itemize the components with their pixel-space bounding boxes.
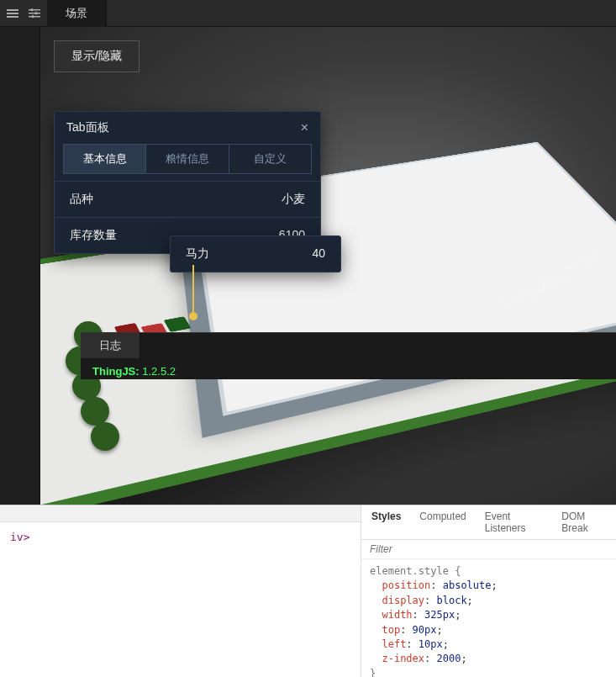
scene-tab[interactable]: 场景 bbox=[47, 0, 107, 27]
panel-tabs: 基本信息 粮情信息 自定义 bbox=[55, 144, 320, 181]
row-label: 马力 bbox=[186, 246, 209, 262]
log-line: ThingJS: 1.2.5.2 bbox=[81, 358, 616, 384]
devtools-tab-computed[interactable]: Computed bbox=[419, 510, 466, 534]
panel-title: Tab面板 bbox=[66, 120, 109, 135]
devtools-tab-event-listeners[interactable]: Event Listeners bbox=[485, 510, 544, 534]
row-value: 小麦 bbox=[282, 192, 305, 207]
svg-rect-3 bbox=[29, 9, 40, 11]
devtools-panel: iv> Styles Computed Event Listeners DOM … bbox=[0, 505, 616, 677]
row-value: 40 bbox=[312, 246, 325, 262]
panel-row: 品种 小麦 bbox=[55, 182, 320, 218]
devtools-tab-dom-breakpoints[interactable]: DOM Break bbox=[561, 510, 606, 534]
settings-icon[interactable] bbox=[27, 6, 42, 21]
show-hide-button[interactable]: 显示/隐藏 bbox=[54, 40, 140, 72]
devtools-elements-toolbar bbox=[0, 505, 361, 522]
viewport-3d[interactable]: ThingJS by uir 显示/隐藏 Tab面板 × 基本信息 粮情信息 自… bbox=[40, 27, 616, 505]
pin-dot-icon bbox=[189, 312, 197, 320]
log-tab[interactable]: 日志 bbox=[81, 333, 140, 358]
pin-line bbox=[192, 265, 194, 314]
info-panel-small: 马力 40 bbox=[170, 235, 341, 272]
svg-rect-2 bbox=[7, 16, 18, 18]
svg-point-7 bbox=[34, 12, 37, 14]
devtools-css-rules[interactable]: element.style { position: absolute; disp… bbox=[361, 559, 616, 677]
svg-rect-4 bbox=[29, 13, 40, 14]
svg-rect-5 bbox=[29, 16, 40, 18]
svg-rect-0 bbox=[7, 9, 18, 11]
tab-grain-info[interactable]: 粮情信息 bbox=[146, 144, 229, 174]
devtools-styles-tabs: Styles Computed Event Listeners DOM Brea… bbox=[361, 505, 616, 540]
log-bar: 日志 ThingJS: 1.2.5.2 bbox=[81, 332, 616, 379]
svg-point-8 bbox=[31, 15, 34, 18]
devtools-html-tree[interactable]: iv> bbox=[0, 522, 361, 677]
tab-custom[interactable]: 自定义 bbox=[229, 144, 312, 174]
menu-icon[interactable] bbox=[5, 6, 20, 21]
row-label: 库存数量 bbox=[70, 228, 117, 243]
svg-rect-1 bbox=[7, 13, 18, 14]
devtools-tab-styles[interactable]: Styles bbox=[371, 510, 401, 534]
devtools-filter-input[interactable] bbox=[370, 543, 608, 555]
left-panel bbox=[0, 27, 40, 505]
row-label: 品种 bbox=[70, 192, 93, 207]
close-icon[interactable]: × bbox=[301, 120, 308, 135]
svg-point-6 bbox=[30, 8, 33, 11]
tab-panel: Tab面板 × 基本信息 粮情信息 自定义 品种 小麦 库存数量 6100 bbox=[54, 111, 321, 254]
tab-basic-info[interactable]: 基本信息 bbox=[63, 144, 146, 174]
top-bar: 场景 bbox=[0, 0, 616, 27]
